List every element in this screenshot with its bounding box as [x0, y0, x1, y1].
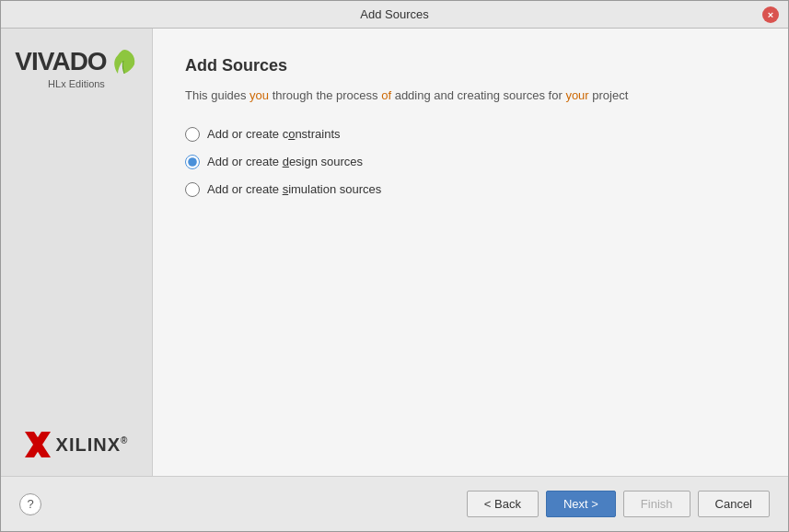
footer: ? < Back Next > Finish Cancel [1, 476, 788, 531]
vivado-wordmark: VIVADO [15, 47, 106, 76]
vivado-logo-text: VIVADO [15, 47, 137, 76]
radio-label-simulation: Add or create simulation sources [207, 182, 381, 196]
radio-label-constraints: Add or create constraints [207, 127, 341, 141]
radio-constraints[interactable] [185, 127, 200, 142]
xilinx-icon [25, 432, 51, 457]
xilinx-logo: XILINX® [25, 432, 129, 457]
footer-left: ? [19, 493, 41, 515]
vivado-leaf-icon [110, 48, 138, 75]
add-sources-dialog: Add Sources × VIVADO HLx Editions [0, 0, 789, 532]
main-content: Add Sources This guides you through the … [153, 29, 788, 476]
radio-simulation[interactable] [185, 182, 200, 197]
radio-item-simulation[interactable]: Add or create simulation sources [185, 182, 756, 197]
dialog-title: Add Sources [27, 7, 762, 21]
back-button[interactable]: < Back [467, 491, 539, 517]
radio-label-design: Add or create design sources [207, 155, 363, 168]
close-button[interactable]: × [762, 6, 779, 23]
title-bar: Add Sources × [1, 1, 788, 29]
radio-design[interactable] [185, 155, 200, 169]
radio-item-design[interactable]: Add or create design sources [185, 155, 756, 169]
cancel-button[interactable]: Cancel [698, 491, 770, 517]
vivado-subtitle: HLx Editions [48, 78, 105, 89]
help-button[interactable]: ? [19, 493, 41, 515]
footer-right: < Back Next > Finish Cancel [467, 491, 770, 517]
desc-highlight-3: your [565, 88, 588, 102]
vivado-logo: VIVADO HLx Editions [15, 47, 137, 89]
source-type-radio-group: Add or create constraints Add or create … [185, 127, 756, 197]
sidebar: VIVADO HLx Editions XILINX® [1, 29, 153, 476]
finish-button[interactable]: Finish [623, 491, 690, 517]
dialog-body: VIVADO HLx Editions XILINX® [1, 29, 788, 476]
desc-highlight-1: you [249, 88, 269, 102]
content-title: Add Sources [185, 56, 756, 75]
content-description: This guides you through the process of a… [185, 87, 756, 105]
next-button[interactable]: Next > [546, 491, 616, 517]
radio-item-constraints[interactable]: Add or create constraints [185, 127, 756, 142]
desc-highlight-2: of [381, 88, 391, 102]
xilinx-wordmark: XILINX® [56, 434, 129, 456]
